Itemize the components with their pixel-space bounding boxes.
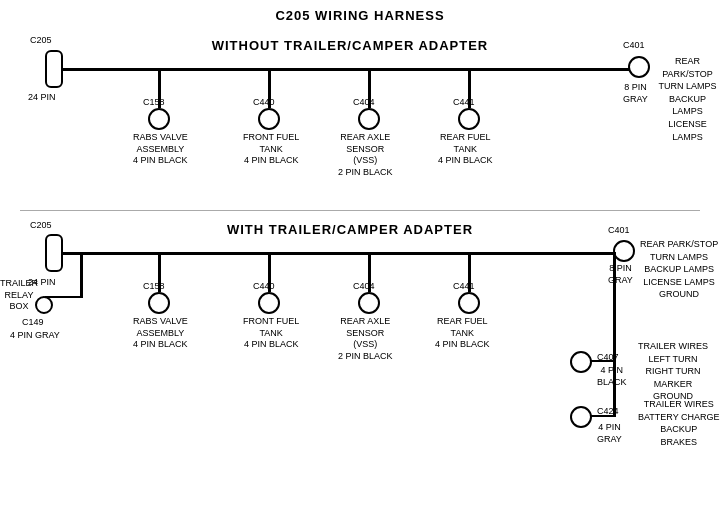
- s1-main-line: [60, 68, 645, 71]
- s2-c424-desc: TRAILER WIRESBATTERY CHARGEBACKUPBRAKES: [638, 398, 720, 448]
- s2-c149-connector: [35, 296, 53, 314]
- diagram-container: C205 WIRING HARNESS WITHOUT TRAILER/CAMP…: [0, 0, 720, 500]
- s2-c401-id-label: C401: [608, 225, 630, 237]
- s2-c401-pin-label: 8 PINGRAY: [608, 263, 633, 286]
- s1-c205-connector: [45, 50, 63, 88]
- s2-c441-connector: [458, 292, 480, 314]
- s1-c404-desc: REAR AXLESENSOR(VSS)2 PIN BLACK: [338, 132, 393, 179]
- s1-c158-connector: [148, 108, 170, 130]
- s2-right-vline: [613, 252, 616, 417]
- s1-c404-connector: [358, 108, 380, 130]
- divider: [20, 210, 700, 211]
- s2-c407-pin: 4 PINBLACK: [597, 365, 627, 388]
- s2-c440-id: C440: [253, 281, 275, 293]
- s2-c407-connector: [570, 351, 592, 373]
- s1-c205-pin-label: 24 PIN: [28, 92, 56, 104]
- s1-c401-connector: [628, 56, 650, 78]
- s2-c440-desc: FRONT FUELTANK4 PIN BLACK: [243, 316, 299, 351]
- s2-c407-desc: TRAILER WIRESLEFT TURNRIGHT TURNMARKERGR…: [638, 340, 708, 403]
- s2-trailer-relay-label: TRAILERRELAYBOX: [0, 278, 38, 313]
- s2-c404-id: C404: [353, 281, 375, 293]
- s2-c424-connector: [570, 406, 592, 428]
- s1-c441-connector: [458, 108, 480, 130]
- s2-main-line: [60, 252, 628, 255]
- s2-c149-pin: 4 PIN GRAY: [10, 330, 60, 342]
- s1-c401-id-label: C401: [623, 40, 645, 52]
- s2-c404-desc: REAR AXLESENSOR(VSS)2 PIN BLACK: [338, 316, 393, 363]
- s2-c158-connector: [148, 292, 170, 314]
- s1-c440-connector: [258, 108, 280, 130]
- s1-c440-desc: FRONT FUELTANK4 PIN BLACK: [243, 132, 299, 167]
- s2-c424-id: C424: [597, 406, 619, 418]
- s2-c205-connector: [45, 234, 63, 272]
- s2-c404-connector: [358, 292, 380, 314]
- s2-trailer-vline: [80, 252, 83, 297]
- s2-c441-id: C441: [453, 281, 475, 293]
- s1-c158-id: C158: [143, 97, 165, 109]
- s2-c158-id: C158: [143, 281, 165, 293]
- page-title: C205 WIRING HARNESS: [0, 0, 720, 23]
- s1-c440-id: C440: [253, 97, 275, 109]
- s2-trailer-hline: [45, 296, 83, 298]
- section2-label: WITH TRAILER/CAMPER ADAPTER: [100, 222, 600, 237]
- s1-c441-desc: REAR FUELTANK4 PIN BLACK: [438, 132, 493, 167]
- s2-c424-pin: 4 PINGRAY: [597, 422, 622, 445]
- s1-c401-pin-label: 8 PINGRAY: [623, 82, 648, 105]
- s1-c158-desc: RABS VALVEASSEMBLY4 PIN BLACK: [133, 132, 188, 167]
- s2-c440-connector: [258, 292, 280, 314]
- s1-c441-id: C441: [453, 97, 475, 109]
- s2-c401-connector: [613, 240, 635, 262]
- section1-label: WITHOUT TRAILER/CAMPER ADAPTER: [100, 38, 600, 53]
- s1-c205-id-label: C205: [30, 35, 52, 47]
- s2-c407-id: C407: [597, 352, 619, 364]
- s1-c404-id: C404: [353, 97, 375, 109]
- s2-c205-id-label: C205: [30, 220, 52, 232]
- s2-c158-desc: RABS VALVEASSEMBLY4 PIN BLACK: [133, 316, 188, 351]
- s2-c401-desc-label: REAR PARK/STOPTURN LAMPSBACKUP LAMPSLICE…: [640, 238, 718, 301]
- s2-c149-id: C149: [22, 317, 44, 329]
- s2-c441-desc: REAR FUELTANK4 PIN BLACK: [435, 316, 490, 351]
- s1-c401-desc-label: REAR PARK/STOPTURN LAMPSBACKUP LAMPSLICE…: [655, 55, 720, 143]
